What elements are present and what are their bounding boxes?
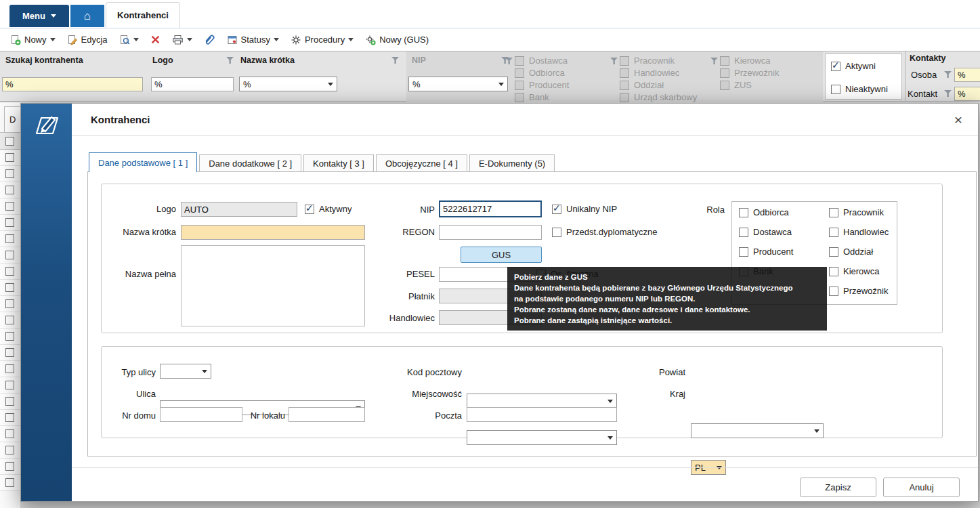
save-button[interactable]: Zapisz xyxy=(800,478,876,497)
grid-row[interactable] xyxy=(0,150,20,166)
row-checkbox[interactable] xyxy=(5,332,14,341)
search-document-button[interactable] xyxy=(114,32,144,48)
grid-row[interactable] xyxy=(0,263,20,280)
tab-dane-podstawowe[interactable]: Dane podstawowe [ 1 ] xyxy=(89,152,197,172)
logo-filter-input[interactable] xyxy=(151,77,234,91)
grid-row[interactable] xyxy=(0,475,20,491)
home-tab[interactable]: ⌂ xyxy=(70,5,104,27)
tab-obcojezyczne[interactable]: Obcojęzyczne [ 4 ] xyxy=(376,154,467,172)
przedst-dyplomatyczne-checkbox[interactable]: Przedst.dyplomatyczne xyxy=(552,227,657,237)
powiat-select[interactable] xyxy=(691,423,824,438)
nip-filter-combo[interactable]: % xyxy=(408,77,508,91)
grid-row[interactable] xyxy=(0,182,20,198)
regon-input[interactable] xyxy=(439,225,542,240)
aktywni-checkbox[interactable]: Aktywni xyxy=(831,61,876,71)
row-checkbox[interactable] xyxy=(5,446,14,454)
kontakt-filter-input[interactable] xyxy=(954,87,980,101)
poczta-input[interactable] xyxy=(467,407,617,422)
rola-dostawca-checkbox[interactable]: Dostawca xyxy=(739,227,792,237)
row-checkbox[interactable] xyxy=(5,234,14,243)
row-checkbox[interactable] xyxy=(5,462,14,471)
row-checkbox[interactable] xyxy=(5,202,14,211)
rola-odbiorca-checkbox[interactable]: Odbiorca xyxy=(739,207,789,217)
grid-row[interactable] xyxy=(0,231,20,247)
background-partial-tab[interactable]: D xyxy=(4,106,22,132)
nr-domu-input[interactable] xyxy=(160,407,242,422)
tab-kontakty[interactable]: Kontakty [ 3 ] xyxy=(303,154,374,172)
new-gus-button-label: Nowy (GUS) xyxy=(379,35,429,45)
procedures-button[interactable]: Procedury xyxy=(286,32,358,48)
attachment-button[interactable] xyxy=(199,31,220,48)
grid-row[interactable] xyxy=(0,361,20,377)
gus-button[interactable]: GUS xyxy=(461,247,542,263)
grid-row[interactable] xyxy=(0,459,20,475)
row-checkbox[interactable] xyxy=(5,397,14,406)
nip-input[interactable] xyxy=(439,200,542,217)
tab-kontrahenci[interactable]: Kontrahenci xyxy=(106,2,180,28)
nieaktywni-checkbox[interactable]: Nieaktywni xyxy=(831,84,888,94)
typ-ulicy-select[interactable] xyxy=(160,364,211,379)
rola-przewoznik-checkbox[interactable]: Przewoźnik xyxy=(829,286,888,296)
rola-pracownik-checkbox[interactable]: Pracownik xyxy=(829,207,884,217)
row-checkbox[interactable] xyxy=(5,299,14,308)
row-checkbox[interactable] xyxy=(5,218,14,227)
grid-row[interactable] xyxy=(0,166,20,182)
close-icon[interactable]: × xyxy=(950,111,967,129)
osoba-filter-input[interactable] xyxy=(954,68,980,82)
grid-row[interactable] xyxy=(0,426,20,442)
grid-row[interactable] xyxy=(0,442,20,459)
row-checkbox[interactable] xyxy=(5,364,14,373)
row-checkbox[interactable] xyxy=(5,283,14,292)
grid-row[interactable] xyxy=(0,296,20,312)
grid-row[interactable] xyxy=(0,377,20,394)
statuses-button[interactable]: Statusy xyxy=(222,32,284,48)
aktywny-checkbox[interactable]: Aktywny xyxy=(305,204,351,214)
tab-dane-dodatkowe[interactable]: Dane dodatkowe [ 2 ] xyxy=(199,154,301,172)
edit-button[interactable]: Edycja xyxy=(62,32,112,48)
filter-funnel-icon[interactable] xyxy=(944,71,952,78)
grid-row[interactable] xyxy=(0,394,20,410)
rola-kierowca-checkbox[interactable]: Kierowca xyxy=(829,266,879,276)
grid-row[interactable] xyxy=(0,247,20,263)
rola-handlowiec-checkbox[interactable]: Handlowiec xyxy=(829,227,889,237)
row-checkbox[interactable] xyxy=(5,267,14,276)
row-checkbox[interactable] xyxy=(5,413,14,422)
grid-row[interactable] xyxy=(0,312,20,329)
grid-row[interactable] xyxy=(0,198,20,215)
new-button[interactable]: Nowy xyxy=(5,32,60,48)
kod-pocztowy-select[interactable] xyxy=(467,394,617,408)
filter-funnel-icon[interactable] xyxy=(391,57,399,64)
search-contractor-input[interactable] xyxy=(2,77,143,91)
row-checkbox[interactable] xyxy=(5,316,14,324)
grid-row[interactable] xyxy=(0,329,20,345)
menu-button[interactable]: Menu xyxy=(9,5,69,27)
short-name-input[interactable] xyxy=(181,225,365,240)
cancel-button[interactable]: Anuluj xyxy=(883,478,960,497)
grid-row[interactable] xyxy=(0,410,20,426)
print-button[interactable] xyxy=(167,32,197,48)
row-checkbox[interactable] xyxy=(5,478,14,487)
filter-funnel-icon[interactable] xyxy=(944,90,952,97)
filter-funnel-icon[interactable] xyxy=(226,57,234,64)
select-all-checkbox[interactable] xyxy=(5,137,14,146)
grid-row[interactable] xyxy=(0,215,20,231)
new-gus-button[interactable]: Nowy (GUS) xyxy=(360,32,433,48)
row-checkbox[interactable] xyxy=(5,153,14,162)
row-checkbox[interactable] xyxy=(5,381,14,389)
rola-producent-checkbox[interactable]: Producent xyxy=(739,247,793,257)
row-checkbox[interactable] xyxy=(5,429,14,438)
nr-lokalu-input[interactable] xyxy=(289,407,365,422)
delete-button[interactable] xyxy=(146,32,165,47)
short-name-filter-combo[interactable]: % xyxy=(239,77,337,91)
unikalny-nip-checkbox[interactable]: Unikalny NIP xyxy=(552,204,617,214)
tab-e-dokumenty[interactable]: E-Dokumenty (5) xyxy=(469,154,555,172)
row-checkbox[interactable] xyxy=(5,186,14,194)
row-checkbox[interactable] xyxy=(5,169,14,178)
grid-row[interactable] xyxy=(0,345,20,361)
grid-row[interactable] xyxy=(0,280,20,296)
rola-oddzial-checkbox[interactable]: Oddział xyxy=(829,247,873,257)
miejscowosc-select[interactable] xyxy=(467,430,617,445)
row-checkbox[interactable] xyxy=(5,251,14,259)
row-checkbox[interactable] xyxy=(5,348,14,357)
full-name-textarea[interactable] xyxy=(181,245,365,326)
